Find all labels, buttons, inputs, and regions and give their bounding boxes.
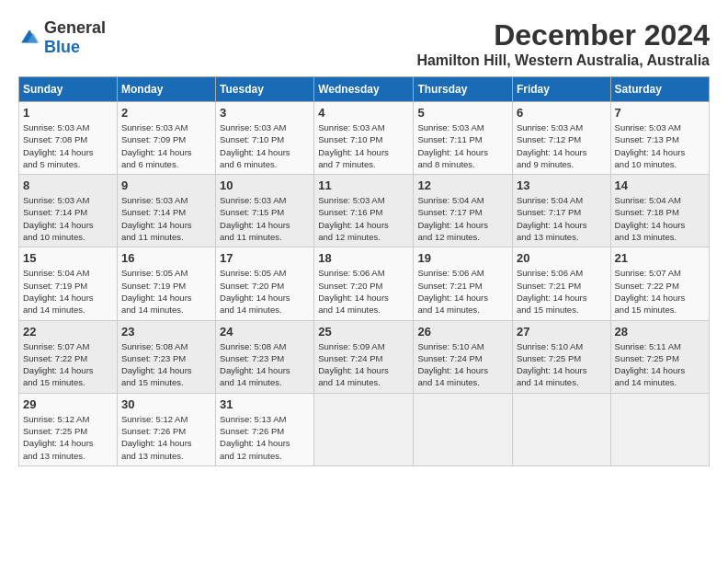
table-row: 10Sunrise: 5:03 AMSunset: 7:15 PMDayligh… bbox=[216, 175, 314, 247]
day-info: Sunrise: 5:03 AMSunset: 7:14 PMDaylight:… bbox=[23, 194, 113, 243]
table-row: 15Sunrise: 5:04 AMSunset: 7:19 PMDayligh… bbox=[19, 247, 118, 320]
day-number: 4 bbox=[318, 106, 409, 120]
header-friday: Friday bbox=[512, 77, 610, 102]
day-info: Sunrise: 5:08 AMSunset: 7:23 PMDaylight:… bbox=[121, 340, 211, 389]
table-row: 5Sunrise: 5:03 AMSunset: 7:11 PMDaylight… bbox=[414, 102, 513, 175]
day-info: Sunrise: 5:03 AMSunset: 7:13 PMDaylight:… bbox=[615, 121, 705, 170]
table-row: 7Sunrise: 5:03 AMSunset: 7:13 PMDaylight… bbox=[610, 102, 709, 175]
table-row: 2Sunrise: 5:03 AMSunset: 7:09 PMDaylight… bbox=[117, 102, 215, 175]
day-info: Sunrise: 5:12 AMSunset: 7:25 PMDaylight:… bbox=[23, 413, 113, 462]
day-number: 2 bbox=[121, 106, 211, 120]
calendar: Sunday Monday Tuesday Wednesday Thursday… bbox=[18, 76, 710, 466]
table-row: 4Sunrise: 5:03 AMSunset: 7:10 PMDaylight… bbox=[314, 102, 414, 175]
title-section: December 2024 Hamilton Hill, Western Aus… bbox=[416, 18, 710, 69]
day-number: 29 bbox=[23, 397, 113, 411]
day-info: Sunrise: 5:04 AMSunset: 7:17 PMDaylight:… bbox=[417, 194, 508, 243]
table-row: 17Sunrise: 5:05 AMSunset: 7:20 PMDayligh… bbox=[216, 247, 314, 320]
table-row: 11Sunrise: 5:03 AMSunset: 7:16 PMDayligh… bbox=[314, 175, 414, 247]
calendar-header-row: Sunday Monday Tuesday Wednesday Thursday… bbox=[19, 77, 710, 102]
day-number: 27 bbox=[517, 325, 607, 339]
day-number: 19 bbox=[417, 251, 508, 265]
table-row: 16Sunrise: 5:05 AMSunset: 7:19 PMDayligh… bbox=[117, 247, 215, 320]
table-row bbox=[314, 393, 414, 465]
day-number: 1 bbox=[23, 106, 113, 120]
day-info: Sunrise: 5:05 AMSunset: 7:20 PMDaylight:… bbox=[220, 267, 310, 316]
table-row: 23Sunrise: 5:08 AMSunset: 7:23 PMDayligh… bbox=[117, 320, 215, 393]
day-number: 10 bbox=[220, 178, 310, 192]
day-info: Sunrise: 5:13 AMSunset: 7:26 PMDaylight:… bbox=[220, 413, 310, 462]
day-number: 12 bbox=[417, 178, 508, 192]
table-row: 26Sunrise: 5:10 AMSunset: 7:24 PMDayligh… bbox=[414, 320, 513, 393]
day-number: 18 bbox=[318, 251, 409, 265]
day-info: Sunrise: 5:09 AMSunset: 7:24 PMDaylight:… bbox=[318, 340, 409, 389]
day-info: Sunrise: 5:06 AMSunset: 7:21 PMDaylight:… bbox=[417, 267, 508, 316]
day-info: Sunrise: 5:05 AMSunset: 7:19 PMDaylight:… bbox=[121, 267, 211, 316]
day-info: Sunrise: 5:04 AMSunset: 7:19 PMDaylight:… bbox=[23, 267, 113, 316]
day-info: Sunrise: 5:06 AMSunset: 7:21 PMDaylight:… bbox=[517, 267, 607, 316]
day-number: 15 bbox=[23, 251, 113, 265]
main-title: December 2024 bbox=[416, 18, 710, 52]
day-info: Sunrise: 5:08 AMSunset: 7:23 PMDaylight:… bbox=[220, 340, 310, 389]
logo-icon bbox=[18, 27, 40, 49]
day-info: Sunrise: 5:03 AMSunset: 7:10 PMDaylight:… bbox=[318, 121, 409, 170]
day-info: Sunrise: 5:10 AMSunset: 7:25 PMDaylight:… bbox=[517, 340, 607, 389]
table-row bbox=[610, 393, 709, 465]
table-row: 1Sunrise: 5:03 AMSunset: 7:08 PMDaylight… bbox=[19, 102, 118, 175]
table-row: 27Sunrise: 5:10 AMSunset: 7:25 PMDayligh… bbox=[512, 320, 610, 393]
table-row: 24Sunrise: 5:08 AMSunset: 7:23 PMDayligh… bbox=[216, 320, 314, 393]
day-number: 3 bbox=[220, 106, 310, 120]
table-row: 14Sunrise: 5:04 AMSunset: 7:18 PMDayligh… bbox=[610, 175, 709, 247]
table-row: 6Sunrise: 5:03 AMSunset: 7:12 PMDaylight… bbox=[512, 102, 610, 175]
day-info: Sunrise: 5:03 AMSunset: 7:11 PMDaylight:… bbox=[417, 121, 508, 170]
day-number: 11 bbox=[318, 178, 409, 192]
table-row: 25Sunrise: 5:09 AMSunset: 7:24 PMDayligh… bbox=[314, 320, 414, 393]
table-row: 20Sunrise: 5:06 AMSunset: 7:21 PMDayligh… bbox=[512, 247, 610, 320]
day-info: Sunrise: 5:03 AMSunset: 7:14 PMDaylight:… bbox=[121, 194, 211, 243]
header-thursday: Thursday bbox=[414, 77, 513, 102]
day-number: 16 bbox=[121, 251, 211, 265]
table-row: 31Sunrise: 5:13 AMSunset: 7:26 PMDayligh… bbox=[216, 393, 314, 465]
table-row: 18Sunrise: 5:06 AMSunset: 7:20 PMDayligh… bbox=[314, 247, 414, 320]
day-number: 7 bbox=[615, 106, 705, 120]
table-row bbox=[414, 393, 513, 465]
day-info: Sunrise: 5:06 AMSunset: 7:20 PMDaylight:… bbox=[318, 267, 409, 316]
day-info: Sunrise: 5:07 AMSunset: 7:22 PMDaylight:… bbox=[23, 340, 113, 389]
day-number: 30 bbox=[121, 397, 211, 411]
day-number: 6 bbox=[517, 106, 607, 120]
day-info: Sunrise: 5:11 AMSunset: 7:25 PMDaylight:… bbox=[615, 340, 705, 389]
header-tuesday: Tuesday bbox=[216, 77, 314, 102]
logo-general: General bbox=[44, 18, 106, 37]
table-row bbox=[512, 393, 610, 465]
day-number: 31 bbox=[220, 397, 310, 411]
table-row: 3Sunrise: 5:03 AMSunset: 7:10 PMDaylight… bbox=[216, 102, 314, 175]
day-info: Sunrise: 5:03 AMSunset: 7:12 PMDaylight:… bbox=[517, 121, 607, 170]
week-row-5: 29Sunrise: 5:12 AMSunset: 7:25 PMDayligh… bbox=[19, 393, 710, 465]
header-monday: Monday bbox=[117, 77, 215, 102]
day-info: Sunrise: 5:10 AMSunset: 7:24 PMDaylight:… bbox=[417, 340, 508, 389]
table-row: 28Sunrise: 5:11 AMSunset: 7:25 PMDayligh… bbox=[610, 320, 709, 393]
day-info: Sunrise: 5:07 AMSunset: 7:22 PMDaylight:… bbox=[615, 267, 705, 316]
day-info: Sunrise: 5:04 AMSunset: 7:18 PMDaylight:… bbox=[615, 194, 705, 243]
header-sunday: Sunday bbox=[19, 77, 118, 102]
day-number: 25 bbox=[318, 325, 409, 339]
table-row: 9Sunrise: 5:03 AMSunset: 7:14 PMDaylight… bbox=[117, 175, 215, 247]
table-row: 13Sunrise: 5:04 AMSunset: 7:17 PMDayligh… bbox=[512, 175, 610, 247]
header: General Blue December 2024 Hamilton Hill… bbox=[18, 18, 710, 69]
header-wednesday: Wednesday bbox=[314, 77, 414, 102]
day-number: 21 bbox=[615, 251, 705, 265]
table-row: 30Sunrise: 5:12 AMSunset: 7:26 PMDayligh… bbox=[117, 393, 215, 465]
day-info: Sunrise: 5:03 AMSunset: 7:15 PMDaylight:… bbox=[220, 194, 310, 243]
subtitle: Hamilton Hill, Western Australia, Austra… bbox=[416, 52, 710, 69]
logo: General Blue bbox=[18, 18, 106, 57]
table-row: 12Sunrise: 5:04 AMSunset: 7:17 PMDayligh… bbox=[414, 175, 513, 247]
day-number: 13 bbox=[517, 178, 607, 192]
day-info: Sunrise: 5:12 AMSunset: 7:26 PMDaylight:… bbox=[121, 413, 211, 462]
logo-blue: Blue bbox=[44, 38, 80, 56]
logo-text: General Blue bbox=[44, 18, 106, 57]
day-number: 14 bbox=[615, 178, 705, 192]
day-info: Sunrise: 5:03 AMSunset: 7:08 PMDaylight:… bbox=[23, 121, 113, 170]
day-number: 23 bbox=[121, 325, 211, 339]
day-number: 9 bbox=[121, 178, 211, 192]
table-row: 8Sunrise: 5:03 AMSunset: 7:14 PMDaylight… bbox=[19, 175, 118, 247]
day-number: 26 bbox=[417, 325, 508, 339]
